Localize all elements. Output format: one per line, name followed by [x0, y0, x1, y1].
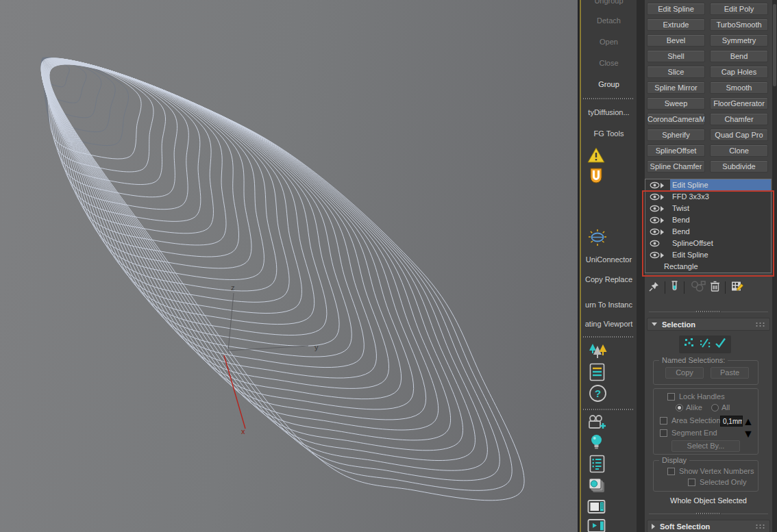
toolbar-button-ungroup[interactable]: Ungroup: [581, 0, 637, 6]
button-smooth[interactable]: Smooth: [710, 81, 768, 94]
toolbar-button-turn-to-instance[interactable]: urn To Instanc: [581, 300, 637, 310]
expand-arrow-icon[interactable]: [661, 194, 670, 200]
show-vertex-numbers-checkbox[interactable]: [667, 468, 675, 475]
collapse-arrow-icon[interactable]: [652, 524, 655, 529]
collapse-arrow-icon[interactable]: [652, 322, 657, 326]
tyflow-u-icon[interactable]: [589, 168, 603, 187]
toolbar-button-group[interactable]: Group: [581, 79, 637, 90]
expand-arrow-icon[interactable]: [661, 206, 670, 212]
toolbar-button-open[interactable]: Open: [581, 37, 637, 47]
soft-selection-rollout-header[interactable]: Soft Selection: [647, 520, 770, 532]
button-slice[interactable]: Slice: [647, 66, 705, 78]
stack-item-bend-2[interactable]: Bend: [645, 226, 771, 238]
render-setup-icon[interactable]: [587, 499, 606, 518]
button-symmetry[interactable]: Symmetry: [710, 34, 768, 47]
segment-end-checkbox[interactable]: [660, 429, 667, 437]
expand-arrow-icon[interactable]: [661, 253, 670, 258]
stack-item-twist[interactable]: Twist: [645, 203, 771, 214]
lock-handles-checkbox[interactable]: [667, 393, 675, 401]
copy-button[interactable]: Copy: [665, 367, 704, 379]
button-bevel[interactable]: Bevel: [647, 34, 705, 47]
eye-icon[interactable]: [650, 193, 661, 201]
camera-add-icon[interactable]: [587, 415, 606, 433]
toolbar-button-fg-tools[interactable]: FG Tools: [581, 129, 637, 139]
gizmo-x-axis[interactable]: [224, 355, 245, 429]
button-spline-mirror[interactable]: Spline Mirror: [647, 81, 705, 94]
rollout-separator[interactable]: [648, 309, 769, 314]
stack-item-rectangle[interactable]: Rectangle: [645, 261, 771, 273]
configure-modifier-sets-icon[interactable]: [730, 280, 744, 295]
alike-radio[interactable]: [676, 404, 683, 411]
paste-button[interactable]: Paste: [711, 367, 749, 379]
button-chamfer[interactable]: Chamfer: [710, 113, 768, 125]
corona-sun-icon[interactable]: [587, 228, 608, 250]
button-spherify[interactable]: Spherify: [647, 129, 705, 141]
button-sweep[interactable]: Sweep: [647, 97, 705, 110]
list-page-icon[interactable]: [589, 455, 605, 476]
expand-arrow-icon[interactable]: [661, 183, 670, 188]
viewport[interactable]: z y x: [0, 0, 578, 532]
make-unique-icon[interactable]: [689, 280, 707, 295]
button-extrude[interactable]: Extrude: [647, 18, 705, 31]
toolbar-button-detach[interactable]: Detach: [581, 16, 637, 26]
selected-only-checkbox[interactable]: [688, 479, 695, 486]
button-quad-cap-pro[interactable]: Quad Cap Pro: [710, 129, 768, 141]
toolbar-button-tydiffusion[interactable]: tyDiffusion...: [581, 107, 637, 118]
document-lines-icon[interactable]: [589, 363, 605, 384]
eye-icon[interactable]: [650, 216, 661, 224]
button-coronacameramod[interactable]: CoronaCameraMo: [647, 113, 705, 125]
eye-icon[interactable]: [650, 181, 661, 189]
warning-icon[interactable]: [587, 147, 605, 166]
spinner-up-icon[interactable]: ▲: [743, 416, 751, 428]
spline-subobject-icon[interactable]: [715, 337, 727, 352]
button-shell[interactable]: Shell: [647, 50, 705, 62]
button-spline-chamfer[interactable]: Spline Chamfer: [647, 160, 705, 173]
selection-rollout-header[interactable]: Selection: [647, 318, 770, 331]
area-selection-value[interactable]: 0,1mm: [720, 416, 743, 427]
rendered-frame-icon[interactable]: [587, 518, 606, 532]
area-selection-checkbox[interactable]: [660, 417, 667, 425]
rollout-grip-icon[interactable]: [755, 322, 765, 327]
stack-item-edit-spline[interactable]: Edit Spline: [645, 179, 771, 191]
rollout-separator[interactable]: [648, 511, 769, 516]
area-selection-spinner[interactable]: 0,1mm ▲▼: [720, 416, 751, 427]
vertex-subobject-icon[interactable]: [683, 337, 695, 352]
stack-item-splineoffset[interactable]: SplineOffset: [645, 238, 771, 249]
show-end-result-icon[interactable]: [670, 280, 679, 295]
button-clone[interactable]: Clone: [710, 144, 768, 157]
rollout-grip-icon[interactable]: [755, 524, 765, 529]
eye-icon[interactable]: [650, 251, 661, 259]
spinner-down-icon[interactable]: ▼: [743, 428, 751, 440]
expand-arrow-icon[interactable]: [661, 229, 670, 235]
transform-gizmo[interactable]: z y x: [224, 283, 319, 435]
toolbar-button-uniconnector[interactable]: UniConnector: [581, 255, 637, 265]
eye-icon[interactable]: [650, 240, 661, 247]
all-radio[interactable]: [711, 404, 719, 411]
eye-icon[interactable]: [650, 228, 661, 236]
button-edit-spline[interactable]: Edit Spline: [647, 3, 705, 15]
button-turbosmooth[interactable]: TurboSmooth: [710, 18, 768, 31]
remove-modifier-icon[interactable]: [710, 280, 720, 295]
button-splineoffset[interactable]: SplineOffset: [647, 144, 705, 157]
segment-subobject-icon[interactable]: [699, 337, 711, 352]
button-edit-poly[interactable]: Edit Poly: [710, 3, 768, 15]
render-photos-icon[interactable]: [587, 477, 606, 496]
button-bend[interactable]: Bend: [710, 50, 768, 62]
stack-item-ffd[interactable]: FFD 3x3x3: [645, 191, 771, 203]
toolbar-button-close[interactable]: Close: [581, 58, 637, 68]
stack-item-edit-spline-2[interactable]: Edit Spline: [645, 249, 771, 261]
toolbar-button-floating-viewport[interactable]: ating Viewport: [581, 319, 637, 329]
button-cap-holes[interactable]: Cap Holes: [710, 66, 768, 78]
pin-stack-icon[interactable]: [648, 281, 660, 295]
expand-arrow-icon[interactable]: [661, 218, 670, 223]
select-by-button[interactable]: Select By...: [671, 440, 740, 452]
toolbar-button-copy-replace[interactable]: Copy Replace: [581, 275, 637, 285]
panel-scrollbar-thumb[interactable]: [773, 4, 776, 86]
help-icon[interactable]: ?: [589, 384, 607, 405]
button-subdivide[interactable]: Subdivide: [710, 160, 768, 173]
light-bulb-icon[interactable]: [591, 434, 602, 453]
forest-trees-icon[interactable]: [587, 342, 608, 363]
button-floorgenerator[interactable]: FloorGenerator: [710, 97, 768, 110]
stack-item-bend-1[interactable]: Bend: [645, 214, 771, 226]
eye-icon[interactable]: [650, 205, 661, 212]
